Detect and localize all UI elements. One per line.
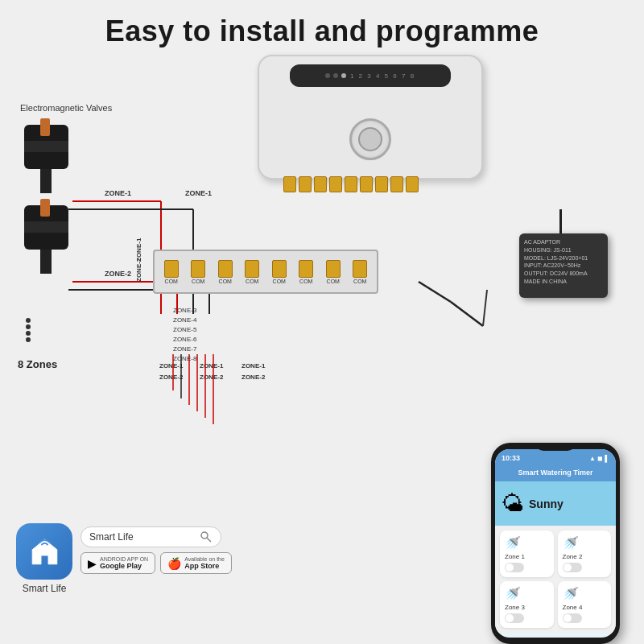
terminal-block: COM COM COM COM COM COM COM COM bbox=[153, 250, 378, 294]
search-bar-text: Smart Life bbox=[89, 531, 195, 543]
zone-card-3: 🚿 Zone 3 bbox=[500, 581, 554, 628]
svg-text:ZONE-2: ZONE-2 bbox=[159, 374, 184, 381]
phone-mockup: 10:33 ▲ ◼ ▌ Smart Watering Timer 🌤 Sunny… bbox=[491, 443, 620, 644]
zone-1-icon: 🚿 bbox=[505, 535, 549, 551]
svg-text:ZONE-1: ZONE-1 bbox=[200, 362, 224, 369]
phone-status-icons: ▲ ◼ ▌ bbox=[589, 455, 609, 462]
google-play-button[interactable]: ▶ ANDROID APP ON Google Play bbox=[80, 552, 155, 574]
svg-line-43 bbox=[207, 538, 211, 542]
zone-4-toggle[interactable] bbox=[563, 613, 582, 623]
svg-text:ZONE-1: ZONE-1 bbox=[135, 237, 142, 262]
phone-app-title: Smart Watering Timer bbox=[502, 469, 609, 477]
zone-3-toggle[interactable] bbox=[505, 613, 524, 623]
svg-text:ZONE-2: ZONE-2 bbox=[242, 374, 266, 381]
svg-line-23 bbox=[419, 282, 451, 302]
svg-line-24 bbox=[483, 290, 487, 326]
zone-4-icon: 🚿 bbox=[563, 586, 607, 601]
zones-label: 8 Zones bbox=[18, 358, 57, 370]
ac-label-1: AC ADAPTOR bbox=[524, 238, 603, 246]
google-play-name: Google Play bbox=[100, 562, 148, 570]
svg-text:ZONE-1: ZONE-1 bbox=[105, 189, 131, 197]
ac-label-4: INPUT: AC220V~50Hz bbox=[524, 262, 603, 270]
zone-card-2: 🚿 Zone 2 bbox=[558, 530, 612, 577]
ac-label-6: MADE IN CHINA bbox=[524, 278, 603, 286]
zone-2-toggle[interactable] bbox=[563, 563, 582, 572]
ac-adaptor: AC ADAPTOR HOUSING: JS-011 MODEL: LJS-24… bbox=[519, 233, 608, 310]
svg-text:ZONE-1: ZONE-1 bbox=[185, 189, 212, 197]
smart-life-app-label: Smart Life bbox=[23, 583, 67, 594]
zone-1-toggle[interactable] bbox=[505, 563, 524, 572]
controller-numbers: 1 2 3 4 5 6 7 8 bbox=[350, 72, 415, 80]
phone-zones-grid: 🚿 Zone 1 🚿 Zone 2 🚿 Zone 3 bbox=[495, 526, 616, 633]
store-buttons: ▶ ANDROID APP ON Google Play 🍎 Available… bbox=[80, 552, 232, 574]
search-bar[interactable]: Smart Life bbox=[80, 526, 221, 547]
svg-line-22 bbox=[451, 302, 483, 326]
zone-3-icon: 🚿 bbox=[505, 586, 549, 601]
valve-2 bbox=[24, 205, 68, 250]
zone-list: ZONE-3 ZONE-4 ZONE-5 ZONE-6 ZONE-7 ZONE-… bbox=[173, 306, 196, 364]
page-title: Easy to install and programme bbox=[0, 0, 644, 48]
controller-device: 1 2 3 4 5 6 7 8 bbox=[258, 55, 483, 184]
main-container: Easy to install and programme ZONE-1 ZON… bbox=[0, 0, 644, 644]
valve-1 bbox=[24, 125, 68, 169]
ac-label-2: HOUSING: JS-011 bbox=[524, 246, 603, 254]
search-icon bbox=[200, 530, 213, 543]
zone-4-name: Zone 4 bbox=[563, 604, 607, 611]
more-zones-dots bbox=[26, 318, 31, 342]
zone-2-icon: 🚿 bbox=[563, 535, 607, 551]
weather-condition: Sunny bbox=[529, 497, 609, 510]
zone-1-name: Zone 1 bbox=[505, 553, 549, 560]
em-valves-label: Electromagnetic Valves bbox=[20, 103, 112, 113]
ac-label-3: MODEL: LJS-24V200+01 bbox=[524, 254, 603, 262]
svg-point-42 bbox=[201, 532, 208, 539]
phone-screen: 10:33 ▲ ◼ ▌ Smart Watering Timer 🌤 Sunny… bbox=[495, 449, 616, 638]
app-store-name: App Store bbox=[184, 562, 225, 570]
phone-weather: 🌤 Sunny bbox=[495, 481, 616, 526]
google-play-icon: ▶ bbox=[88, 557, 97, 570]
zone-2-name: Zone 2 bbox=[563, 553, 607, 560]
app-store-icon: 🍎 bbox=[167, 557, 181, 570]
app-store-sub: Available on the bbox=[184, 556, 225, 562]
zone-card-4: 🚿 Zone 4 bbox=[558, 581, 612, 628]
smart-life-icon bbox=[16, 523, 72, 580]
smart-life-section: Smart Life Smart Life ▶ ANDROID APP ON G… bbox=[16, 523, 242, 636]
smart-life-right: Smart Life ▶ ANDROID APP ON Google Play … bbox=[80, 523, 232, 574]
zone-card-1: 🚿 Zone 1 bbox=[500, 530, 554, 577]
phone-notch bbox=[535, 443, 576, 451]
weather-icon: 🌤 bbox=[502, 490, 524, 517]
ac-label-5: OUTPUT: DC24V 800mA bbox=[524, 270, 603, 278]
google-play-sub: ANDROID APP ON bbox=[100, 556, 148, 562]
svg-text:ZONE-1: ZONE-1 bbox=[242, 362, 266, 369]
svg-text:ZONE-2: ZONE-2 bbox=[105, 270, 131, 278]
svg-text:ZONE-2: ZONE-2 bbox=[135, 258, 142, 282]
phone-time: 10:33 bbox=[502, 454, 520, 462]
svg-text:ZONE-2: ZONE-2 bbox=[200, 374, 224, 381]
zone-3-name: Zone 3 bbox=[505, 604, 549, 611]
app-store-button[interactable]: 🍎 Available on the App Store bbox=[160, 552, 232, 574]
